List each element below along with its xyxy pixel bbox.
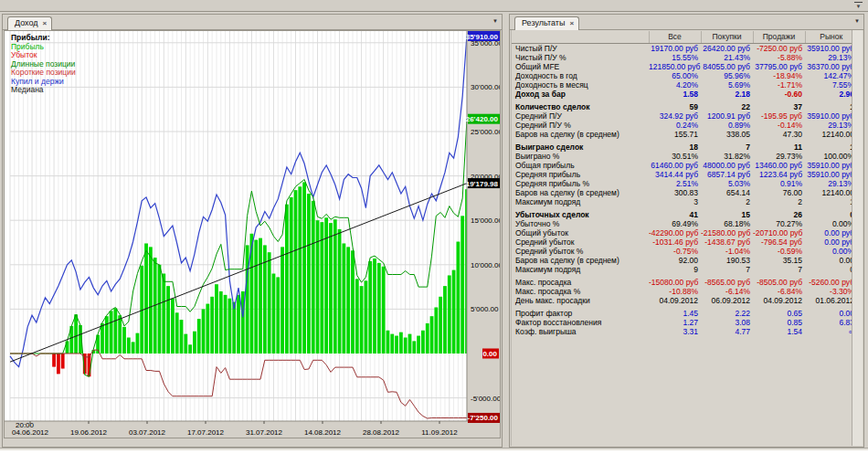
right-tab-bar: Результаты× ▼ [510,15,863,30]
table-row: Максимум подряд3221 [512,197,852,206]
svg-text:31.07.2012: 31.07.2012 [246,428,283,437]
svg-text:04.06.2012: 04.06.2012 [12,428,49,437]
svg-text:0.00: 0.00 [482,350,497,358]
svg-text:19.06.2012: 19.06.2012 [70,428,108,437]
table-row: Общий убыток-42290.00 руб-21580.00 руб-2… [512,228,852,238]
svg-text:10'000.00: 10'000.00 [471,261,500,269]
table-row: Выиграно %30.51%31.82%29.73%100.00% [512,152,852,161]
table-row: Баров на сделку (в среднем)300.83654.147… [512,188,852,197]
svg-text:15'000.00: 15'000.00 [471,216,500,225]
svg-text:03.07.2012: 03.07.2012 [129,428,166,437]
table-row: Средняя прибыль %2.51%5.03%0.91%29.13% [512,179,852,188]
table-row: Максимум подряд9770 [512,265,852,274]
tab-results[interactable]: Результаты× [514,16,579,30]
table-row: Коэф. выигрыша3.314.771.54∞ [512,327,852,336]
tab-income-close-icon[interactable]: × [43,19,48,27]
table-row: Фактор восстановления1.273.080.856.83 [512,318,852,327]
svg-text:5'000.00: 5'000.00 [471,305,499,313]
svg-text:28.08.2012: 28.08.2012 [363,428,400,437]
table-row: Чистый П/У %15.55%21.43%-5.88%29.13% [512,53,852,62]
tab-income-label: Доход [15,18,38,27]
table-row: Средняя прибыль3414.44 руб6857.14 руб122… [512,170,852,179]
svg-text:20:00: 20:00 [16,421,35,429]
results-scrollbar[interactable] [852,30,863,446]
svg-text:25'000.00: 25'000.00 [471,128,500,136]
column-header[interactable]: Покупки [701,31,753,43]
svg-text:17.07.2012: 17.07.2012 [187,428,225,437]
table-row: Средний убыток %-0.75%-1.04%-0.59%0.00% [512,247,852,256]
column-header[interactable]: Рынок [805,31,852,43]
left-tab-bar: Доход× ▼ [3,15,502,30]
table-row: Убыточно %69.49%68.18%70.27%0.00% [512,219,852,228]
svg-text:30'000.00: 30'000.00 [471,83,500,91]
table-row: Макс. просадка-15080.00 руб-8565.00 руб-… [512,278,852,287]
results-grid: ВсеПокупкиПродажиРынок Чистый П/У19170.0… [511,30,852,446]
svg-text:14.08.2012: 14.08.2012 [304,428,342,437]
results-table-header: ВсеПокупкиПродажиРынок [512,31,852,43]
chart-legend: Прибыли:ПрибыльУбытокДлинные позицииКоро… [11,34,76,95]
svg-text:11.09.2012: 11.09.2012 [421,428,458,437]
income-chart-panel: Доход× ▼ Прибыли:ПрибыльУбытокДлинные по… [2,14,503,448]
table-row: Общая прибыль61460.00 руб48000.00 руб134… [512,161,852,170]
svg-text:35'910.00: 35'910.00 [466,33,499,41]
svg-text:19'179.98: 19'179.98 [466,180,499,188]
auto-hide-pin-icon[interactable]: ▼ [854,2,863,10]
left-tab-list-dropdown-icon[interactable]: ▼ [492,18,498,24]
table-row: Макс. просадка %-10.88%-6.14%-6.84%-3.30… [512,287,852,296]
table-row: Средний П/У %0.24%0.89%-0.14%29.13% [512,121,852,130]
table-row: День макс. просадки04.09.201206.09.20120… [512,296,852,305]
results-panel: Результаты× ▼ ВсеПокупкиПродажиРынок Чис… [509,14,864,448]
table-row: Средний П/У324.92 руб1200.91 руб-195.95 … [512,111,852,121]
column-header[interactable]: Все [649,31,701,43]
table-row: Баров на сделку (в среднем)155.71338.054… [512,130,852,139]
legend-item: Медиана [11,86,76,95]
table-row: Доходность в год65.00%95.96%-18.94%142.4… [512,71,852,80]
tab-income[interactable]: Доход× [7,16,52,30]
table-row: Профит фактор1.452.220.650.00 [512,309,852,318]
table-row: Чистый П/У19170.00 руб26420.00 руб-7250.… [512,43,852,53]
svg-text:26'420.00: 26'420.00 [466,115,499,123]
table-row: Доход за бар1.582.18-0.602.96 [512,90,852,99]
results-table: ВсеПокупкиПродажиРынок Чистый П/У19170.0… [512,31,852,336]
table-row: Баров на сделку (в среднем)92.00190.5335… [512,256,852,265]
window-top-strip: ▼ [0,0,868,12]
chart-frame: Прибыли:ПрибыльУбытокДлинные позицииКоро… [4,30,501,438]
svg-text:-7'250.00: -7'250.00 [468,414,499,422]
table-row: Средний убыток-1031.46 руб-1438.67 руб-7… [512,238,852,247]
income-chart-canvas[interactable]: 35'000.0030'000.0025'000.0020'000.0015'0… [5,31,500,438]
tab-results-label: Результаты [522,18,565,27]
table-row: Выиграно сделок187111 [512,142,852,152]
svg-text:-5'000.00: -5'000.00 [471,395,500,403]
table-row: Доходность в месяц4.20%5.69%-1.71%7.55% [512,80,852,90]
table-row: Убыточных сделок4115260 [512,210,852,219]
right-tab-list-dropdown-icon[interactable]: ▼ [854,18,860,24]
table-row: Общий MFE121850.00 руб84055.00 руб37795.… [512,62,852,71]
table-row: Количество сделок5922371 [512,102,852,111]
tab-results-close-icon[interactable]: × [569,19,574,27]
column-header[interactable]: Продажи [753,31,805,43]
grid-layer [10,31,467,421]
